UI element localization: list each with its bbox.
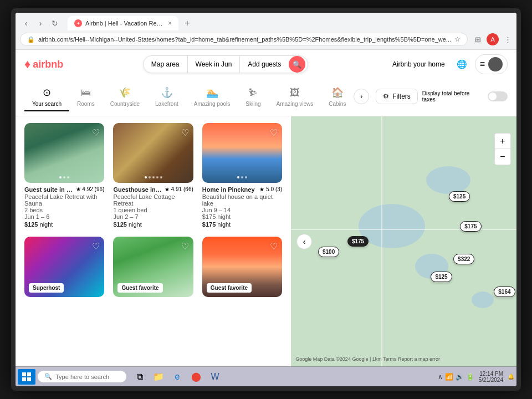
category-item-countryside[interactable]: 🌾 Countryside: [103, 83, 147, 111]
profile-button[interactable]: A: [487, 33, 499, 45]
listing-detail2-2: Jun 2 – 7: [113, 213, 193, 220]
zoom-in-button[interactable]: +: [495, 134, 510, 149]
category-item-your-search[interactable]: ⊙ Your search: [24, 83, 69, 111]
listing-dot: [245, 176, 247, 178]
language-button[interactable]: 🌐: [454, 56, 470, 73]
sliders-icon: ⚙: [383, 93, 389, 100]
category-item-cabins[interactable]: 🏠 Cabins: [321, 83, 354, 111]
listing-card-5[interactable]: Guest favorite ♡: [113, 237, 193, 300]
category-label-skiing: Skiing: [245, 101, 260, 107]
taskbar-app-chrome[interactable]: ⬤: [187, 369, 205, 385]
taskbar-app-explorer[interactable]: 📁: [150, 369, 167, 385]
tab-close-button[interactable]: ×: [168, 19, 172, 27]
bookmark-icon[interactable]: ☆: [454, 35, 461, 43]
map-water-1: [359, 204, 425, 248]
map-water-4: [472, 291, 494, 308]
listing-info-2: Guesthouse in Pinc... ★ 4.91 (66) Peacef…: [113, 183, 193, 228]
category-item-amazing-pools[interactable]: 🏊 Amazing pools: [186, 83, 238, 111]
map-pin-p5[interactable]: $322: [453, 254, 474, 264]
category-scroll-right[interactable]: ›: [354, 89, 369, 104]
airbnb-logo-text: airbnb: [33, 59, 63, 70]
display-total-toggle[interactable]: [488, 91, 508, 101]
airbnb-app: ♦ airbnb Map area Week in Jun: [16, 50, 516, 366]
map-pin-p4[interactable]: $175: [460, 221, 481, 232]
listing-detail2-1: Jun 1 – 6: [24, 213, 104, 220]
menu-user-button[interactable]: ≡: [475, 54, 508, 74]
listing-card-6[interactable]: Guest favorite ♡: [202, 237, 282, 300]
taskbar-search[interactable]: 🔍 Type here to search: [38, 371, 126, 382]
map-pin-p7[interactable]: $164: [494, 287, 515, 297]
start-button[interactable]: [18, 369, 35, 385]
map-area-label: Map area: [151, 60, 180, 68]
map-area-segment[interactable]: Map area: [144, 56, 188, 73]
category-item-skiing[interactable]: ⛷ Skiing: [238, 84, 268, 111]
listing-heart-4[interactable]: ♡: [92, 241, 100, 252]
zoom-out-button[interactable]: −: [495, 149, 510, 165]
category-item-lakefront[interactable]: ⚓ Lakefront: [147, 83, 186, 111]
listing-detail1-1: 2 beds: [24, 207, 104, 213]
notification-icon[interactable]: 🔔: [508, 374, 514, 380]
listing-name-1: Peaceful Lake Retreat with Sauna: [24, 193, 104, 207]
listing-card-1[interactable]: ♡ Guest suite in Pinc... ★ 4.92 (96) Pea…: [24, 123, 104, 228]
address-bar[interactable]: 🔒 airbnb.com/s/Hell--Michigan--United-St…: [20, 33, 468, 46]
browser-controls: ‹ › ↻: [20, 17, 61, 29]
add-guests-segment[interactable]: Add guests: [240, 56, 289, 73]
airbnb-your-home-button[interactable]: Airbnb your home: [388, 56, 449, 73]
refresh-button[interactable]: ↻: [49, 17, 61, 29]
category-label-cabins: Cabins: [329, 101, 346, 107]
map-background: ‹ $100$175$125$175$322$125$164 + − Googl…: [291, 116, 516, 366]
listing-image-3: ♡: [202, 123, 282, 183]
header-actions: Airbnb your home 🌐 ≡: [388, 54, 508, 74]
listing-heart-1[interactable]: ♡: [92, 127, 100, 138]
url-text: airbnb.com/s/Hell--Michigan--United-Stat…: [38, 36, 451, 43]
taskbar-app-taskview[interactable]: ⧉: [131, 369, 149, 385]
category-icon-countryside: 🌾: [119, 86, 131, 99]
listing-card-4[interactable]: Superhost ♡: [24, 237, 104, 300]
category-label-countryside: Countryside: [110, 101, 140, 107]
category-item-amazing-views[interactable]: 🖼 Amazing views: [269, 84, 321, 111]
listing-price-2: $125 night: [113, 221, 193, 228]
category-icon-amazing-pools: 🏊: [206, 86, 218, 99]
listing-title-row-2: Guesthouse in Pinc... ★ 4.91 (66): [113, 186, 193, 193]
taskbar-apps: ⧉ 📁 e ⬤ W: [131, 369, 224, 385]
listing-type-2: Guesthouse in Pinc...: [113, 186, 162, 193]
listings-grid: ♡ Guest suite in Pinc... ★ 4.92 (96) Pea…: [24, 123, 282, 300]
map-pin-p1[interactable]: $100: [318, 247, 339, 257]
map-pin-p6[interactable]: $125: [431, 272, 452, 282]
listing-heart-5[interactable]: ♡: [181, 241, 189, 252]
category-item-rooms[interactable]: 🛏 Rooms: [69, 84, 103, 111]
airbnb-logo[interactable]: ♦ airbnb: [24, 57, 63, 71]
listing-dot: [145, 176, 147, 178]
search-button[interactable]: 🔍: [289, 56, 305, 73]
listing-heart-6[interactable]: ♡: [270, 241, 278, 252]
taskbar-right: ∧ 📶 🔊 🔋 12:14 PM 5/21/2024 🔔: [438, 371, 515, 383]
listing-image-2: ♡: [113, 123, 193, 183]
forward-button[interactable]: ›: [34, 17, 47, 29]
map-pin-p3[interactable]: $125: [449, 191, 470, 202]
back-button[interactable]: ‹: [20, 17, 32, 29]
listing-card-3[interactable]: ♡ Home in Pinckney ★ 5.0 (3) Beautiful h…: [202, 123, 282, 228]
svg-rect-2: [22, 377, 26, 381]
more-options-button[interactable]: ⋮: [501, 33, 514, 46]
listing-heart-2[interactable]: ♡: [181, 127, 189, 138]
week-in-jun-segment[interactable]: Week in Jun: [188, 56, 241, 73]
map-back-button[interactable]: ‹: [296, 234, 312, 249]
category-label-lakefront: Lakefront: [155, 101, 178, 107]
filters-button[interactable]: ⚙ Filters: [376, 89, 418, 104]
taskbar-app-edge[interactable]: e: [168, 369, 186, 385]
category-icon-your-search: ⊙: [43, 86, 51, 99]
new-tab-button[interactable]: +: [181, 17, 194, 30]
category-icon-cabins: 🏠: [331, 86, 344, 99]
category-icon-lakefront: ⚓: [161, 86, 173, 99]
listing-heart-3[interactable]: ♡: [270, 127, 278, 138]
airbnb-logo-icon: ♦: [24, 57, 30, 71]
listing-card-2[interactable]: ♡ Guesthouse in Pinc... ★ 4.91 (66) Peac…: [113, 123, 193, 228]
user-avatar: [488, 57, 503, 71]
extensions-button[interactable]: ⊞: [471, 33, 484, 46]
map-pin-p2[interactable]: $175: [347, 236, 369, 247]
listing-rating-wrap-1: ★ 4.92 (96): [76, 186, 105, 192]
browser-tab[interactable]: ✦ Airbnb | Hell - Vacation Rentals ×: [68, 16, 178, 30]
category-icon-rooms: 🛏: [81, 87, 91, 99]
taskbar-app-word[interactable]: W: [206, 369, 224, 385]
listing-title-row-1: Guest suite in Pinc... ★ 4.92 (96): [24, 186, 104, 193]
